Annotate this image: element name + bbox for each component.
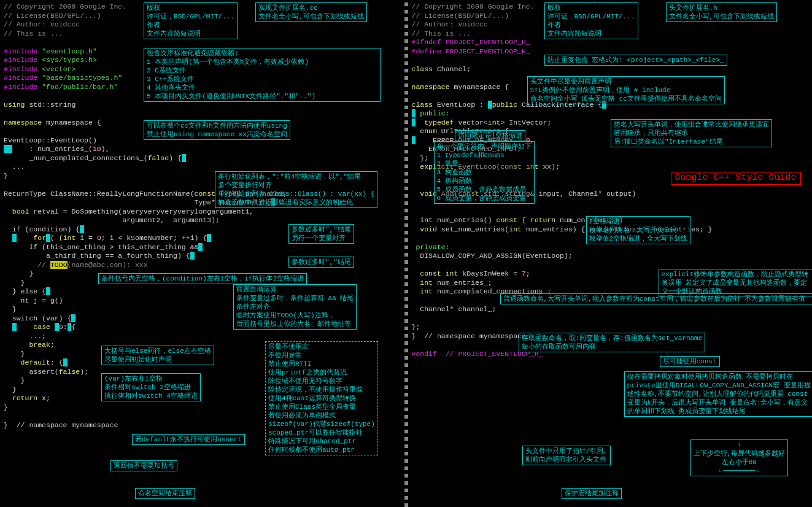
else-line: } else { <box>4 287 46 295</box>
forward-decl: Channel; <box>433 65 471 73</box>
include: #include <box>4 47 37 55</box>
comment: // Author: voidccc <box>412 20 488 28</box>
annotation-h-ext: 头文件扩展名.h 文件名全小写,可包含下划线或短线 <box>666 2 778 22</box>
include-path: "foo/public/bar.h" <box>42 83 118 91</box>
annotation-private-rules: 仅在需要拷贝对象时使用拷贝构造函数 不需要拷贝时在private里使用DISAL… <box>624 371 813 417</box>
include: #include <box>4 56 37 64</box>
annotation-return: 返回值不需要加括号 <box>110 460 177 471</box>
todo-label: TODO <box>50 261 68 269</box>
annotation-if: 条件括号内无空格，(condition)左右1空格，if执行体2空格缩进 <box>98 273 307 284</box>
using-keyword: using <box>4 101 25 109</box>
comment: // Author: voidccc <box>4 20 80 28</box>
cc-file-column: // Copyright 2008 Google Inc. // License… <box>0 0 404 507</box>
annotation-forward-decl: 头文件中尽量使用前置声明 STL类例外不使用前置声明，使用 # include … <box>527 76 725 104</box>
keyword: false <box>148 154 169 162</box>
using-name: std::string <box>25 101 76 109</box>
comment: // Copyright 2008 Google Inc. <box>4 2 126 10</box>
comment: // This is ... <box>412 29 471 37</box>
if-cond: a_third_thing == a_fourth_thing) { <box>4 252 190 260</box>
annotation-cc-ext: 实现文件扩展名.cc 文件名全小写,可包含下划线或短线 <box>255 2 367 22</box>
include: #include <box>4 83 37 91</box>
define: #define PROJECT_EVENTLOOP_H_ <box>412 47 530 55</box>
namespace-end: } // namespace mynamespace <box>4 421 118 429</box>
ellipsis: ... <box>4 163 25 171</box>
annotation-access: 访问限定符1空格缩进 <box>455 130 526 141</box>
init-line: _num_complated_connections_( <box>4 154 148 162</box>
comment: // Copyright 2008 Google Inc. <box>412 2 535 10</box>
if-line: if (condition) { <box>4 225 80 233</box>
annotation-endif: 保护宏结尾加注释 <box>562 488 622 499</box>
ifndef: #ifndef PROJECT_EVENTLOOP_H_ <box>412 38 530 46</box>
annotation-arg-wrap: 参数过多时","结尾 <box>288 257 354 268</box>
ctor: EventLoop::EventLoop() <box>4 136 97 144</box>
annotation-using: 可以在整个cc文件和h文件的方法内使用using 禁止使用using names… <box>144 120 290 140</box>
number: 10 <box>93 145 101 153</box>
annotation-line-length: ↑上下少空行,每屏代码越多越好 左右小于80←────────→ <box>690 439 789 476</box>
annotation-copyright: 版权 许可证，BSD/GPL/MIT/... 作者 文件内容简短说明 <box>544 2 638 39</box>
annotation-copyright: 版权 许可证，BSD/GPL/MIT/... 作者 文件内容简短说明 <box>144 2 238 39</box>
annotation-ptr-fwd: 头文件中只用了指针/引用, 则前向声明而非引入头文件 <box>522 446 611 465</box>
annotation-func-naming: 普通函数命名,大写开头单词,输入参数在前为const引用，输出参数在后为指针 不… <box>500 293 813 304</box>
namespace-end: } // namespace mynamespace <box>412 332 526 340</box>
annotation-for: 前置自增运算 条件变量过多时，条件运算符 && 结尾 条件左对齐 临时方案使用T… <box>233 284 357 330</box>
annotation-const: 尽可能使用const <box>660 356 720 367</box>
annotation-decl-order: 每一个限定符内，声明顺序如下 1 typedefs和enums 2 常量 3 构… <box>434 141 535 204</box>
annotation-ctor-init: 多行初始化列表，":"前4空格缩进，以","结尾 多个变量折行对齐 单行初始化列… <box>215 171 377 208</box>
include-path: "base/basictypes.h" <box>42 74 122 82</box>
annotation-guard: 防止重复包含 宏格式为: <project>_<path>_<file>_ <box>544 55 727 66</box>
annotation-include-order: 包含次序标准化避免隐藏依赖: 1 本类的声明(第一个包含本类h文件，有效减少依赖… <box>144 48 381 102</box>
annotation-classname: 类名大写开头单词，使用组合通常比使用继承更适宜 若用继承，只用共有继承 另:接口… <box>611 119 772 147</box>
annotation-param-wrap: 参数过多时","结尾 另行一个变量对齐 <box>288 224 354 244</box>
body-line: retval = DoSomething(averyveryveryverylo… <box>29 207 253 215</box>
h-file-column: // Copyright 2008 Google Inc. // License… <box>408 0 813 507</box>
function-sig: ReturnType ClassName::ReallyLongFunction… <box>4 190 195 198</box>
member-ptr: Channel* channel_; <box>412 305 497 313</box>
comment: // This is ... <box>4 29 63 37</box>
include-path: <vector> <box>42 65 75 73</box>
include: #include <box>4 74 37 82</box>
annotation-typedef-enum: 2空格缩进 枚举名同类名，大写开头单词 枚举值2空格缩进，全大写下划线 <box>586 216 691 244</box>
annotation-misc-rules: 尽量不使用宏 不使用异常 禁止使用RTTI 使用printf之类的代替流 除位域… <box>265 341 378 455</box>
include-path: "eventloop.h" <box>42 47 97 55</box>
disallow-macro: DISALLOW_COPY_AND_ASSIGN(EventLoop); <box>412 252 573 260</box>
if-cond: if (this_one_thing > this_other_thing && <box>4 243 198 251</box>
private-label: private: <box>412 243 450 251</box>
namespace: mynamespace { <box>450 83 509 91</box>
init-line: : num_entries_( <box>12 145 93 153</box>
annotation-ns-end: 命名空间结束注释 <box>135 488 195 499</box>
annotation-accessor: 存取函数命名，取:同变量名，存:值函数名为set_varname 短小的存取函数… <box>519 333 706 352</box>
comment: // License(BSD/GPL/...) <box>412 12 509 20</box>
namespace-name: mynamespace { <box>42 118 101 126</box>
comment: // License(BSD/GPL/...) <box>4 12 101 20</box>
include-path: <sys/types.h> <box>42 56 97 64</box>
namespace-keyword: namespace <box>4 118 42 126</box>
include: #include <box>4 65 37 73</box>
public-label: public: <box>416 109 449 117</box>
annotation-assert: 若default永不执行可使用assert <box>132 434 245 445</box>
annotation-switch: (var)左右各1空格 条件相对switch 2空格缩进 执行体相对switch… <box>101 373 201 401</box>
title-badge: Google C++ Style Guide <box>671 172 801 185</box>
switch-line: switch (var) { <box>4 314 71 322</box>
body-line: argument2, argument3); <box>4 216 220 224</box>
annotation-else: 大括号与else同行，else左右空格 尽量使用初始化时声明 <box>101 346 214 365</box>
